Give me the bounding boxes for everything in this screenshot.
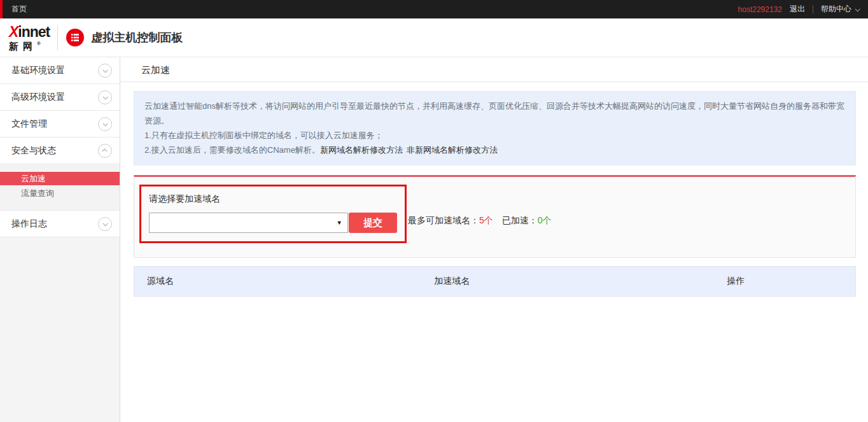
column-header-actions: 操作 [727, 276, 855, 287]
topbar-accent-stripe [0, 0, 3, 18]
main-panel: 云加速 云加速通过智能dns解析等技术，将访问网站的用户引导至最近最快的节点，并… [120, 57, 868, 422]
sidebar-item-label: 操作日志 [11, 218, 47, 230]
sidebar-subitem-cloud-acceleration[interactable]: 云加速 [0, 172, 120, 185]
chevron-down-icon [855, 6, 860, 11]
submit-button[interactable]: 提交 [349, 213, 397, 233]
quota-used-label: 已加速： [502, 215, 538, 225]
xinnet-dns-guide-link[interactable]: 新网域名解析修改方法 [320, 145, 403, 155]
topbar-divider [813, 5, 813, 13]
chevron-down-icon [98, 117, 112, 131]
layout: 基础环境设置 高级环境设置 文件管理 安全与状态 云加速 流量查询 操作日志 云… [0, 57, 868, 422]
topbar: 首页 host2292132 退出 帮助中心 [0, 0, 868, 18]
home-link[interactable]: 首页 [11, 4, 27, 15]
sidebar-submenu: 云加速 流量查询 [0, 164, 120, 211]
control-panel-menu-icon [66, 29, 84, 46]
logo-cn-chars: 新网 [9, 41, 37, 52]
section-title: 云加速 [120, 57, 868, 82]
logo-en-text: Xinnet [9, 25, 50, 39]
sidebar: 基础环境设置 高级环境设置 文件管理 安全与状态 云加速 流量查询 操作日志 [0, 57, 120, 422]
xinnet-logo[interactable]: Xinnet 新网® [9, 25, 50, 51]
info-box: 云加速通过智能dns解析等技术，将访问网站的用户引导至最近最快的节点，并利用高速… [134, 91, 856, 165]
sidebar-item-label: 安全与状态 [11, 145, 56, 157]
header-divider [57, 25, 58, 50]
info-line-3: 2.接入云加速后，需要修改域名的CName解析。新网域名解析修改方法非新网域名解… [144, 143, 845, 157]
page-title: 虚拟主机控制面板 [91, 30, 183, 45]
acceleration-form-section: 请选择要加速域名 ▼ 提交 最多可加速域名：5个已加速：0个 [134, 175, 856, 258]
sidebar-item-file-management[interactable]: 文件管理 [0, 111, 120, 137]
chevron-down-icon [98, 217, 112, 231]
help-center-link[interactable]: 帮助中心 [821, 4, 859, 15]
column-header-accelerated-domain: 加速域名 [434, 276, 727, 287]
app-header: Xinnet 新网® 虚拟主机控制面板 [0, 18, 868, 57]
chevron-down-icon [98, 90, 112, 104]
column-header-source-domain: 源域名 [134, 276, 434, 287]
logo-x-glyph: X [9, 24, 18, 40]
topbar-right: host2292132 退出 帮助中心 [738, 4, 859, 15]
content-area: 云加速通过智能dns解析等技术，将访问网站的用户引导至最近最快的节点，并利用高速… [120, 82, 868, 297]
accelerated-domains-table: 源域名 加速域名 操作 [134, 266, 856, 297]
sidebar-item-security-status[interactable]: 安全与状态 [0, 137, 120, 164]
domain-select-label: 请选择要加速域名 [149, 193, 397, 205]
domain-select-wrap: ▼ [149, 213, 348, 233]
sidebar-item-label: 文件管理 [11, 118, 47, 130]
registered-mark: ® [37, 41, 41, 46]
logo-rest-text: innet [18, 24, 50, 40]
table-header-row: 源域名 加速域名 操作 [134, 266, 856, 297]
quota-status: 最多可加速域名：5个已加速：0个 [408, 215, 552, 227]
non-xinnet-dns-guide-link[interactable]: 非新网域名解析修改方法 [407, 145, 498, 155]
help-center-label: 帮助中心 [821, 4, 851, 15]
form-row: ▼ 提交 [149, 213, 397, 233]
username-label: host2292132 [738, 5, 782, 14]
chevron-up-icon [98, 144, 112, 158]
quota-max-value: 5个 [479, 215, 493, 225]
sidebar-item-basic-env[interactable]: 基础环境设置 [0, 57, 120, 84]
chevron-down-icon [98, 64, 112, 78]
quota-max-label: 最多可加速域名： [408, 215, 479, 225]
sidebar-subitem-traffic-query[interactable]: 流量查询 [0, 186, 120, 200]
highlight-annotation-box: 请选择要加速域名 ▼ 提交 [139, 185, 407, 243]
sidebar-item-advanced-env[interactable]: 高级环境设置 [0, 84, 120, 111]
sidebar-item-label: 基础环境设置 [11, 65, 65, 76]
domain-select[interactable] [149, 213, 348, 233]
logo-cn-text: 新网® [9, 41, 50, 51]
sidebar-item-operation-log[interactable]: 操作日志 [0, 211, 120, 237]
quota-used-value: 0个 [538, 215, 552, 225]
info-line-3-prefix: 2.接入云加速后，需要修改域名的CName解析。 [144, 145, 320, 155]
info-line-1: 云加速通过智能dns解析等技术，将访问网站的用户引导至最近最快的节点，并利用高速… [144, 99, 845, 128]
logout-link[interactable]: 退出 [790, 4, 805, 15]
info-line-2: 1.只有在虚拟主机控制面板中绑定的域名，可以接入云加速服务； [144, 128, 845, 143]
sidebar-item-label: 高级环境设置 [11, 92, 65, 103]
